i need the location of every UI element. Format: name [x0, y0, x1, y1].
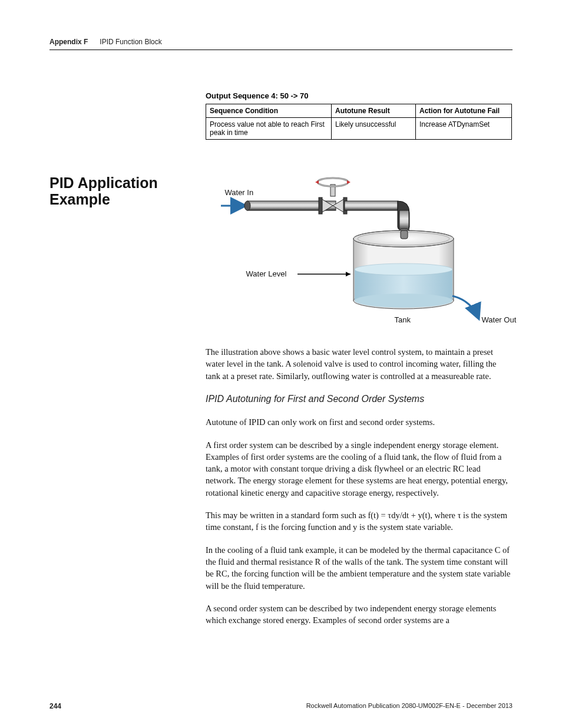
label-water-level: Water Level — [246, 269, 287, 278]
label-tank: Tank — [395, 315, 411, 324]
table-caption: Output Sequence 4: 50 -> 70 — [206, 91, 513, 100]
label-water-in: Water In — [225, 188, 254, 197]
sub-heading: IPID Autotuning for First and Second Ord… — [206, 393, 512, 406]
page-number: 244 — [49, 702, 61, 710]
paragraph: In the cooling of a fluid tank example, … — [206, 544, 512, 592]
label-water-out: Water Out — [482, 315, 517, 324]
svg-rect-24 — [401, 230, 408, 239]
th-condition: Sequence Condition — [206, 104, 332, 118]
th-action: Action for Autotune Fail — [416, 104, 512, 118]
svg-rect-13 — [399, 210, 409, 230]
paragraph: A second order system can be described b… — [206, 602, 512, 627]
paragraph: Autotune of IPID can only work on first … — [206, 416, 512, 428]
paragraph: A first order system can be described by… — [206, 439, 512, 499]
td-result: Likely unsuccessful — [332, 118, 416, 140]
svg-point-2 — [244, 201, 250, 210]
sequence-table: Sequence Condition Autotune Result Actio… — [206, 104, 512, 140]
body-text: The illustration above shows a basic wat… — [206, 346, 512, 626]
td-action: Increase ATDynamSet — [416, 118, 512, 140]
svg-rect-10 — [319, 197, 322, 214]
header-title: IPID Function Block — [100, 38, 161, 46]
section-heading: PID Application Example — [49, 175, 206, 207]
page-footer: 244 Rockwell Automation Publication 2080… — [49, 702, 513, 710]
svg-marker-7 — [347, 180, 351, 184]
pid-diagram: Water In Water Level Tank Water Out — [212, 175, 507, 328]
paragraph: This may be written in a standard form s… — [206, 509, 512, 533]
page-header: Appendix F IPID Function Block — [49, 38, 513, 50]
svg-rect-12 — [345, 201, 398, 210]
table-row: Process value not able to reach First pe… — [206, 118, 512, 140]
svg-point-19 — [355, 294, 452, 308]
td-condition: Process value not able to reach First pe… — [206, 118, 332, 140]
header-appendix: Appendix F — [49, 38, 88, 46]
publication-info: Rockwell Automation Publication 2080-UM0… — [306, 702, 513, 710]
svg-point-20 — [355, 263, 452, 275]
svg-marker-6 — [315, 180, 319, 184]
svg-marker-26 — [346, 272, 351, 276]
paragraph: The illustration above shows a basic wat… — [206, 346, 512, 382]
th-result: Autotune Result — [332, 104, 416, 118]
